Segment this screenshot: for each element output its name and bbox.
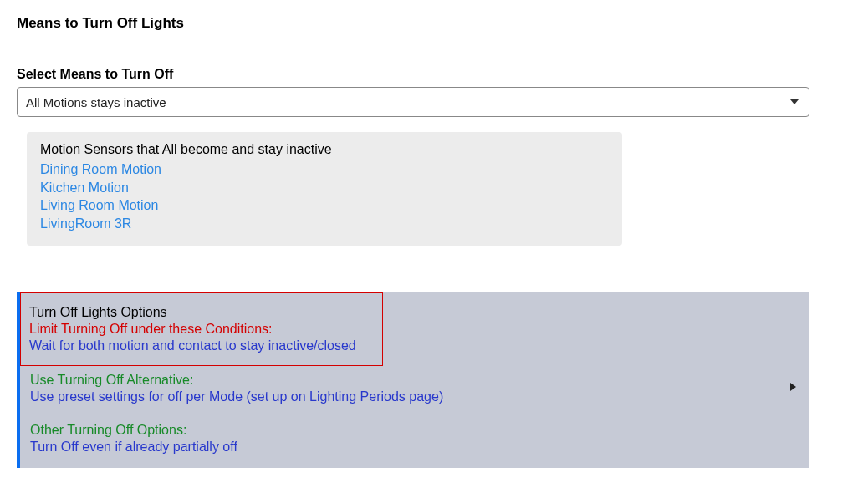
motion-sensor-link[interactable]: LivingRoom 3R	[40, 215, 609, 233]
options-title: Turn Off Lights Options	[29, 305, 374, 320]
motion-sensors-title: Motion Sensors that All become and stay …	[40, 142, 609, 157]
alternative-value[interactable]: Use preset settings for off per Mode (se…	[30, 389, 799, 404]
limit-conditions-value[interactable]: Wait for both motion and contact to stay…	[29, 338, 374, 353]
limit-conditions-box: Turn Off Lights Options Limit Turning Of…	[20, 292, 383, 366]
motion-sensors-box: Motion Sensors that All become and stay …	[27, 132, 622, 246]
other-options-value[interactable]: Turn Off even if already partially off	[30, 439, 799, 455]
other-options-label: Other Turning Off Options:	[30, 423, 799, 438]
limit-conditions-label: Limit Turning Off under these Conditions…	[29, 322, 374, 337]
page-title: Means to Turn Off Lights	[17, 15, 851, 32]
motion-sensor-link[interactable]: Dining Room Motion	[40, 160, 609, 179]
turn-off-options-panel[interactable]: Turn Off Lights Options Limit Turning Of…	[17, 292, 809, 468]
chevron-right-icon[interactable]	[790, 383, 796, 391]
means-select[interactable]: All Motions stays inactive	[17, 87, 809, 117]
motion-sensor-link[interactable]: Living Room Motion	[40, 196, 609, 215]
select-means-label: Select Means to Turn Off	[17, 67, 851, 82]
alternative-label: Use Turning Off Alternative:	[30, 373, 799, 388]
chevron-down-icon	[790, 99, 799, 104]
means-select-value: All Motions stays inactive	[26, 95, 166, 109]
motion-sensor-link[interactable]: Kitchen Motion	[40, 179, 609, 197]
